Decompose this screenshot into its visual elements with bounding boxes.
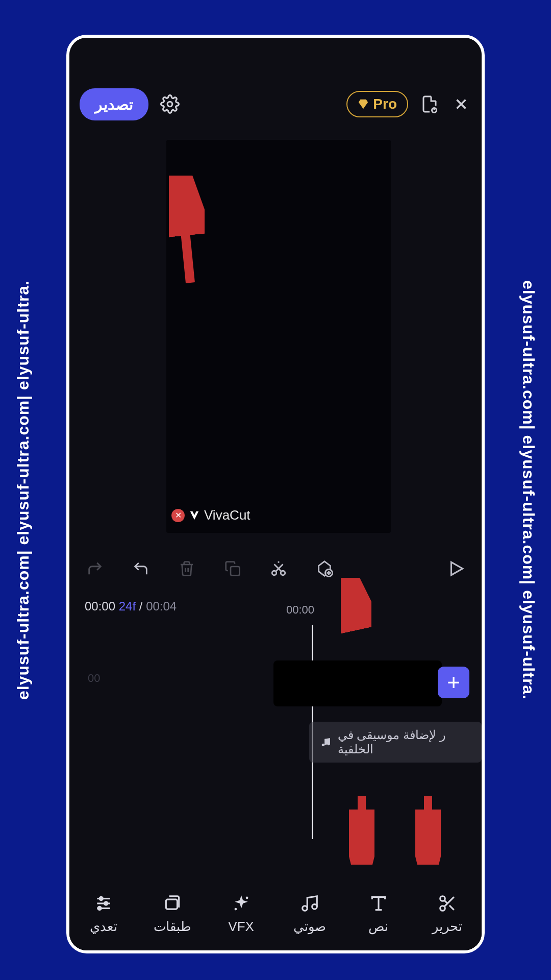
svg-point-25 [303, 905, 308, 911]
pro-label: Pro [373, 96, 397, 112]
video-preview[interactable] [166, 140, 391, 533]
add-background-music-hint[interactable]: ر لإضافة موسيقى في الخلفية [309, 722, 482, 763]
video-clip[interactable] [273, 660, 442, 706]
svg-line-33 [444, 900, 447, 903]
split-icon[interactable] [268, 558, 289, 579]
app-watermark-label: VivaCut [204, 507, 251, 523]
vivacut-logo-icon [189, 510, 200, 521]
music-note-icon [320, 736, 332, 748]
scissors-icon [436, 892, 459, 915]
time-readout: 00:00 24f / 00:04 [85, 599, 177, 614]
app-screen: تصدير Pro ✕ VivaCut [69, 38, 482, 950]
tab-vfx-label: VFX [228, 919, 254, 935]
svg-point-24 [234, 908, 237, 910]
export-button[interactable]: تصدير [80, 88, 148, 120]
top-toolbar: تصدير Pro [69, 84, 482, 125]
svg-point-15 [328, 743, 330, 745]
redo-icon [85, 558, 105, 579]
svg-line-37 [348, 582, 359, 629]
watermark-text-right: elyusuf-ultra.com| elyusuf-ultra.com| el… [505, 0, 551, 980]
settings-icon[interactable] [160, 94, 180, 114]
tab-adjust-label: تعدي [90, 919, 117, 935]
add-clip-button[interactable]: + [438, 667, 469, 698]
app-watermark-chip[interactable]: ✕ VivaCut [171, 507, 251, 523]
svg-point-21 [98, 906, 101, 910]
svg-point-20 [105, 901, 108, 904]
svg-point-0 [167, 102, 172, 107]
edit-toolbar [69, 553, 482, 584]
svg-rect-22 [166, 899, 177, 909]
tab-layers[interactable]: طبقات [142, 892, 203, 935]
svg-point-1 [432, 108, 437, 113]
remove-watermark-icon[interactable]: ✕ [171, 509, 185, 522]
svg-point-23 [245, 896, 248, 899]
sliders-icon [92, 892, 115, 915]
svg-point-29 [440, 896, 445, 901]
bottom-tabs: تعدي طبقات VFX صوتي [69, 880, 482, 946]
svg-rect-4 [231, 567, 239, 575]
svg-point-26 [312, 904, 317, 909]
tab-text[interactable]: نص [348, 892, 409, 935]
text-icon [367, 892, 390, 915]
svg-point-14 [322, 744, 324, 746]
tab-layers-label: طبقات [154, 919, 191, 935]
add-keyframe-icon[interactable] [314, 558, 335, 579]
play-icon[interactable] [446, 558, 466, 579]
time-separator: / [139, 599, 143, 613]
tab-audio-label: صوتي [293, 919, 326, 935]
tab-text-label: نص [368, 919, 388, 935]
current-time: 00:00 [85, 599, 115, 613]
sparkle-icon [230, 892, 253, 915]
svg-point-5 [272, 571, 277, 575]
music-hint-label: ر لإضافة موسيقى في الخلفية [338, 728, 470, 756]
tab-vfx[interactable]: VFX [211, 892, 272, 935]
layer-label-faint: 00 [88, 672, 100, 685]
layers-icon [161, 892, 184, 915]
close-icon[interactable] [451, 94, 471, 114]
svg-marker-13 [452, 562, 463, 575]
ruler-tick-label: 00:00 [286, 603, 314, 617]
watermark-text-left: elyusuf-ultra.com| elyusuf-ultra.com| el… [0, 0, 46, 980]
delete-icon [177, 558, 197, 579]
pro-badge[interactable]: Pro [346, 91, 408, 117]
tab-edit[interactable]: تحرير [417, 892, 478, 935]
copy-icon [222, 558, 243, 579]
svg-line-32 [449, 905, 454, 910]
diamond-icon [358, 99, 369, 110]
undo-icon[interactable] [131, 558, 151, 579]
svg-point-6 [281, 571, 285, 575]
timeline[interactable]: 00 + ر لإضافة موسيقى في الخلفية [69, 625, 482, 870]
music-icon [298, 892, 321, 915]
help-doc-icon[interactable] [419, 94, 440, 114]
frame-count: 24f [119, 599, 136, 613]
svg-point-30 [440, 905, 445, 911]
phone-frame: تصدير Pro ✕ VivaCut [66, 35, 485, 953]
total-time: 00:04 [146, 599, 177, 613]
tab-edit-label: تحرير [432, 919, 462, 935]
tab-audio[interactable]: صوتي [279, 892, 340, 935]
svg-point-19 [99, 897, 103, 900]
tab-adjust[interactable]: تعدي [73, 892, 134, 935]
